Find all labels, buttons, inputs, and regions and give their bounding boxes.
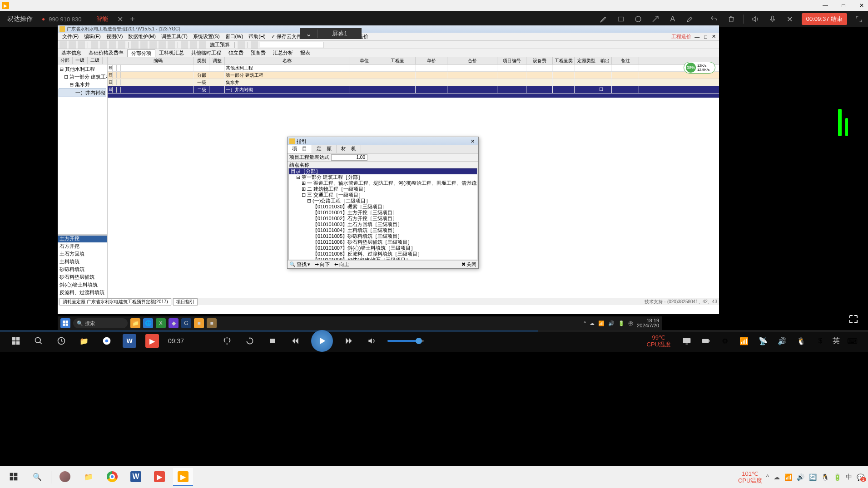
toolbar-icon[interactable]	[100, 41, 107, 49]
col-total[interactable]: 合价	[447, 57, 497, 64]
dialog-tree-node[interactable]: ⊟ (一)公路工程［二级项目］	[289, 198, 477, 204]
menu-cloud-save[interactable]: ✓ 保存云文件	[268, 33, 304, 40]
menu-window[interactable]: 窗口(W)	[223, 33, 246, 40]
dialog-close-button[interactable]: ✕	[469, 138, 476, 144]
text-icon[interactable]: A	[667, 14, 678, 25]
item-list[interactable]: 土方开挖石方开挖土石方回填土料填筑砂砾料填筑砂石料垫层辅筑斜(心)墙土料填筑反滤…	[58, 234, 107, 298]
toolbar-search-input[interactable]	[260, 42, 323, 48]
tray-chevron-icon[interactable]: ^	[766, 473, 769, 481]
inner-tray[interactable]: ^ ☁ 📶 🔊 🔋 ㊥ 18:19 2024/7/20	[584, 318, 659, 328]
snapshot-icon[interactable]	[220, 334, 234, 348]
menu-edit[interactable]: 编辑(E)	[81, 33, 104, 40]
toolbar-icon[interactable]	[199, 41, 206, 49]
toolbar-icon[interactable]	[69, 41, 76, 49]
toolbar-icon[interactable]	[91, 41, 98, 49]
tray-wifi-icon[interactable]: 📶	[784, 473, 792, 481]
screen-dropdown-icon[interactable]: ⌄	[300, 30, 318, 38]
word-icon[interactable]: W	[123, 334, 136, 348]
dialog-tree-node[interactable]: ⊞ 一 渠道工程、输水管道工程、堤防工程、河(湖)整治工程、围堰工程、清淤疏浚工…	[289, 180, 477, 186]
project-tree[interactable]: ⊟ 其他水利工程⊟ 第一部分 建筑工程⊟ 集水井一）井内衬砌	[58, 64, 107, 98]
tree-node[interactable]: ⊟ 集水井	[59, 81, 106, 89]
toolbar-icon[interactable]	[60, 41, 67, 49]
subtab-indep[interactable]: 独立费	[225, 49, 247, 56]
toolbar-icon[interactable]	[168, 41, 175, 49]
session-timer[interactable]: 00:09:37 结束	[802, 13, 847, 25]
tree-node[interactable]: ⊟ 第一部分 建筑工程	[59, 73, 106, 81]
performance-badge[interactable]: 38% 12K/s 12.9K/s	[684, 62, 715, 74]
inner-tb-explorer[interactable]: 📁	[130, 318, 140, 328]
dialog-tree-node[interactable]: 【010101005】砂砾料填筑［三级项目］	[289, 233, 477, 239]
tray-notifications[interactable]: 💬1	[857, 473, 864, 481]
toolbar-mode-label[interactable]: 施工预算	[208, 41, 232, 48]
dialog-titlebar[interactable]: 指引 ✕	[288, 137, 478, 145]
expr-input[interactable]	[331, 154, 367, 161]
tab-close-button[interactable]: ✕	[114, 15, 127, 24]
toolbar-icon[interactable]	[140, 41, 148, 49]
volume-icon[interactable]	[365, 334, 378, 348]
video-tab[interactable]: ● 990 910 830 智能	[36, 11, 114, 27]
inner-tb-app4[interactable]: ■	[207, 318, 217, 328]
outer-start-button[interactable]	[4, 468, 24, 486]
menu-adjust[interactable]: 调整工具(T)	[159, 33, 190, 40]
tray-cloud-icon[interactable]: ☁	[774, 473, 780, 481]
pencil-icon[interactable]	[598, 14, 609, 25]
dialog-tree[interactable]: 目录［分部］⊟ 第一部分 建筑工程［分部］⊞ 一 渠道工程、输水管道工程、堤防工…	[288, 168, 477, 260]
dialog-tree-node[interactable]: 【010101030】碾索［三级项目］	[289, 204, 477, 210]
dialog-tree-node[interactable]: 【010101004】土料填筑［三级项目］	[289, 227, 477, 233]
col-unit[interactable]: 单位	[349, 57, 379, 64]
mic-icon[interactable]	[767, 14, 778, 25]
list-item[interactable]: 反滤料、过渡料填筑	[58, 289, 107, 296]
tray-battery-icon[interactable]: 🔋	[618, 320, 625, 326]
inner-clock[interactable]: 18:19 2024/7/20	[637, 318, 659, 328]
dialog-tree-node[interactable]: ⊞ 二 建筑物工程［一级项目］	[289, 186, 477, 192]
dialog-tree-node[interactable]: 【010101003】土石方回填［三级项目］	[289, 222, 477, 227]
toolbar-icon[interactable]	[118, 41, 125, 49]
taskbar-start-icon[interactable]	[9, 334, 23, 348]
ime-label[interactable]: 英	[833, 336, 840, 346]
dialog-up-button[interactable]: ⬅ 向上	[334, 261, 349, 268]
keyboard-icon[interactable]: ⌨	[845, 334, 859, 348]
right-min-button[interactable]: —	[693, 34, 701, 39]
col-equip[interactable]: 设备费	[526, 57, 553, 64]
volume-slider[interactable]	[387, 340, 424, 342]
subtab-reserve[interactable]: 预备费	[247, 49, 269, 56]
list-item[interactable]: 斜(心)墙土料填筑	[58, 281, 107, 289]
toolbar-icon[interactable]	[190, 41, 197, 49]
list-item[interactable]: 砂砾料填筑	[58, 266, 107, 273]
subtab-report[interactable]: 报表	[297, 49, 314, 56]
outer-player-icon[interactable]: ▶	[173, 468, 193, 486]
col-qty[interactable]: 工程量	[379, 57, 416, 64]
tray-battery-icon[interactable]: 🔋	[833, 473, 841, 481]
close-session-icon[interactable]: ✕	[784, 14, 795, 25]
loop-icon[interactable]	[243, 334, 257, 348]
right-cost-label[interactable]: 工程造价	[671, 33, 691, 40]
col-name[interactable]: 名称	[225, 57, 349, 64]
toolbar-icon[interactable]	[238, 41, 245, 49]
left-tab-lvl2[interactable]: 二级	[88, 57, 103, 64]
stop-button[interactable]	[266, 334, 279, 348]
dialog-tab-quota[interactable]: 定 额	[312, 145, 337, 153]
expand-icon[interactable]	[853, 14, 864, 25]
highlighter-icon[interactable]	[684, 14, 695, 25]
maximize-button[interactable]: □	[839, 1, 848, 10]
fullscreen-button[interactable]	[848, 314, 859, 325]
app-icon[interactable]: ▶	[145, 334, 159, 348]
table-row[interactable]: ⊟ 其他水利工程	[108, 64, 719, 72]
dialog-tree-node[interactable]: ⊟ 第一部分 建筑工程［分部］	[289, 174, 477, 180]
dialog-down-button[interactable]: ➡ 向下	[315, 261, 330, 268]
outer-browser-icon[interactable]	[55, 468, 75, 486]
table-row[interactable]: ⊟ 一级 集水井	[108, 79, 719, 86]
list-item[interactable]: 土料填筑	[58, 258, 107, 266]
arrow-icon[interactable]	[650, 14, 661, 25]
subtab-material[interactable]: 工料机汇总	[155, 49, 188, 56]
tray-volume-icon[interactable]: 🔊	[608, 320, 615, 326]
tab-add-button[interactable]: +	[127, 15, 139, 24]
dialog-tree-node[interactable]: 【010101006】砂石料垫层辅筑［三级项目］	[289, 239, 477, 245]
status-tab-quota[interactable]: 消耗量定额 广东省水利水电建筑工程预算定额(2017)	[60, 298, 171, 306]
toolbar-icon[interactable]	[251, 41, 258, 49]
cpu-temp-widget[interactable]: 101℃ CPU温度	[738, 470, 762, 484]
tray-sync-icon[interactable]: 🔄	[809, 473, 817, 481]
inner-tb-edge[interactable]: 🌐	[143, 318, 153, 328]
col-pcode[interactable]: 项目编号	[497, 57, 526, 64]
battery-icon[interactable]	[699, 334, 713, 348]
